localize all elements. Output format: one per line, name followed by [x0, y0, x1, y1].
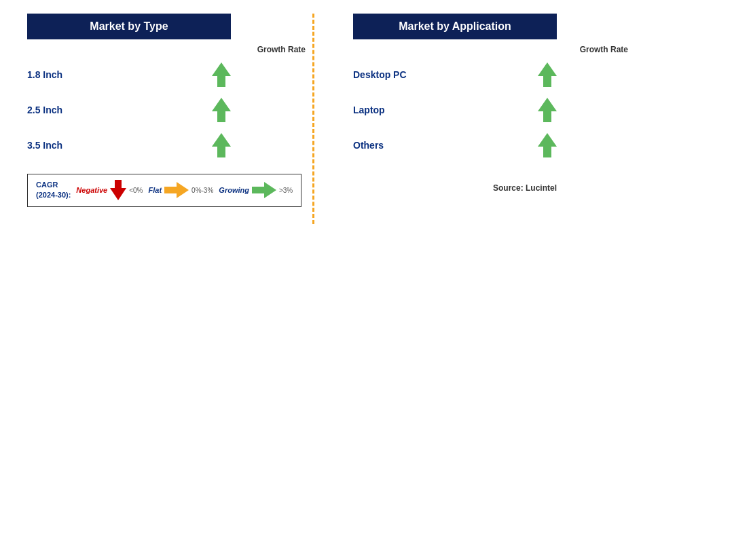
legend-box: CAGR(2024-30): Negative <0% Flat 0%-3% G… — [27, 174, 301, 207]
growth-arrow-up-icon — [212, 62, 231, 87]
growth-arrow-up-icon — [212, 98, 231, 122]
growing-arrow-icon — [252, 182, 276, 198]
growth-arrow-up-icon — [538, 98, 557, 122]
growth-arrow-up-icon — [212, 133, 231, 157]
right-panel-title: Market by Application — [353, 14, 557, 39]
table-row: Laptop — [353, 92, 557, 128]
item-label-desktop: Desktop PC — [353, 69, 407, 80]
item-label-others: Others — [353, 140, 384, 151]
table-row: Others — [353, 128, 557, 163]
flat-label: Flat — [149, 186, 162, 194]
negative-label: Negative — [76, 186, 107, 194]
flat-range: 0%-3% — [191, 187, 213, 194]
left-growth-rate-label: Growth Rate — [27, 45, 312, 54]
negative-arrow-icon — [110, 180, 126, 200]
growing-label: Growing — [219, 186, 249, 194]
growth-arrow-up-icon — [538, 133, 557, 157]
cagr-label: CAGR(2024-30): — [36, 180, 71, 201]
item-label-3: 3.5 Inch — [27, 140, 62, 151]
item-label-2: 2.5 Inch — [27, 105, 62, 115]
right-growth-rate-label: Growth Rate — [353, 45, 635, 54]
source-text: Source: Lucintel — [353, 183, 557, 193]
divider — [312, 14, 314, 224]
table-row: 1.8 Inch — [27, 57, 231, 92]
growing-range: >3% — [279, 187, 293, 194]
left-panel: Market by Type Growth Rate 1.8 Inch 2.5 … — [27, 14, 312, 207]
item-label-1: 1.8 Inch — [27, 69, 62, 80]
negative-range: <0% — [129, 187, 143, 194]
table-row: 2.5 Inch — [27, 92, 231, 128]
table-row: Desktop PC — [353, 57, 557, 92]
left-panel-title: Market by Type — [27, 14, 231, 39]
right-panel: Market by Application Growth Rate Deskto… — [353, 14, 638, 207]
table-row: 3.5 Inch — [27, 128, 231, 163]
growth-arrow-up-icon — [538, 62, 557, 87]
item-label-laptop: Laptop — [353, 105, 385, 115]
flat-arrow-icon — [164, 182, 189, 198]
